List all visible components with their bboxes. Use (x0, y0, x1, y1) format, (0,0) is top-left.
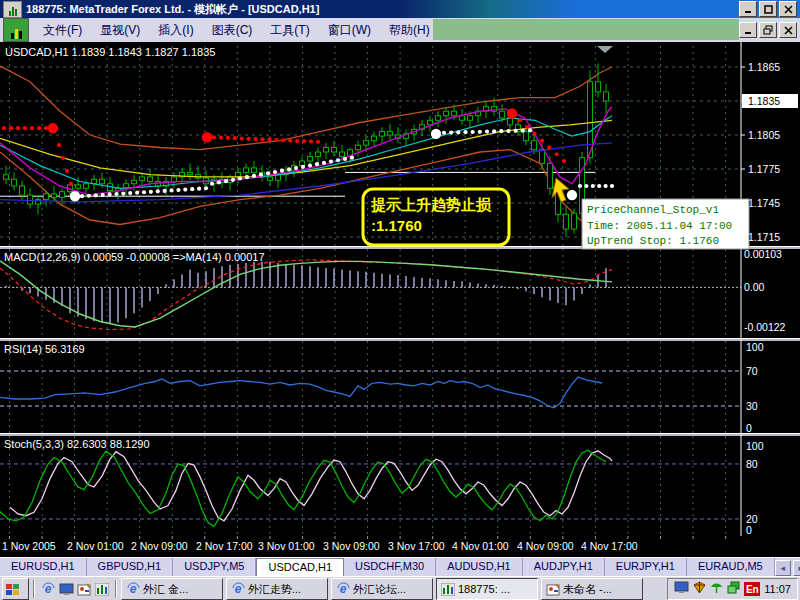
menu-item-1[interactable]: 显视(V) (91, 19, 149, 42)
svg-text:1.1805: 1.1805 (748, 129, 780, 141)
svg-text::1.1760: :1.1760 (371, 217, 422, 234)
language-indicator[interactable]: En (744, 582, 760, 596)
task-button-0[interactable]: e外汇 金... (121, 578, 223, 600)
menu-highlight-strip (433, 19, 739, 40)
svg-text:4 Nov 09:00: 4 Nov 09:00 (517, 540, 574, 552)
svg-text:Time: 2005.11.04 17:00: Time: 2005.11.04 17:00 (587, 220, 732, 232)
tray-display-icon[interactable] (674, 580, 689, 598)
menu-item-5[interactable]: 窗口(W) (319, 19, 380, 42)
task-button-2[interactable]: e外汇论坛... (331, 578, 433, 600)
svg-text:1.1865: 1.1865 (748, 61, 780, 73)
chart-tab-audusdh1[interactable]: AUDUSD,H1 (436, 558, 523, 577)
tab-scroll-left-icon[interactable]: ◂ (775, 560, 791, 576)
menu-item-4[interactable]: 工具(T) (261, 19, 318, 42)
windows-taskbar: ee外汇 金...e外汇走势...e外汇论坛...188775: ...未命名 … (0, 576, 800, 600)
chart-tab-euraudm5[interactable]: EURAUD,M5 (687, 558, 775, 577)
chart-icon (3, 18, 29, 42)
quicklaunch-notes-icon[interactable] (75, 580, 93, 598)
svg-text:0: 0 (746, 422, 752, 434)
svg-text:1.1745: 1.1745 (748, 197, 780, 209)
child-close-button[interactable] (779, 22, 797, 38)
start-button[interactable] (2, 578, 29, 600)
close-button[interactable] (779, 1, 797, 17)
menu-item-6[interactable]: 帮助(H) (380, 19, 439, 42)
svg-text:4 Nov 17:00: 4 Nov 17:00 (581, 540, 638, 552)
menu-item-2[interactable]: 插入(I) (149, 19, 202, 42)
child-restore-button[interactable] (759, 22, 777, 38)
rsi-label: RSI(14) 56.3169 (4, 343, 85, 355)
chart-tab-audjpyh1[interactable]: AUDJPY,H1 (523, 558, 605, 577)
chart-tab-usdjpym5[interactable]: USDJPY,M5 (173, 558, 256, 577)
chart-tab-usdchfm30[interactable]: USDCHF,M30 (344, 558, 436, 577)
svg-text:2 Nov 09:00: 2 Nov 09:00 (131, 540, 188, 552)
svg-text:3 Nov 09:00: 3 Nov 09:00 (323, 540, 380, 552)
tray-windows-icon[interactable] (727, 580, 740, 598)
taskbar-separator (33, 580, 35, 598)
menu-item-3[interactable]: 图表(C) (203, 19, 262, 42)
chart-tab-usdcadh1[interactable]: USDCAD,H1 (256, 558, 344, 577)
svg-text:1.1835: 1.1835 (748, 95, 780, 107)
panel-splitter-2[interactable] (0, 338, 800, 341)
chart-tab-bar: EURUSD,H1GBPUSD,H1USDJPY,M5USDCAD,H1USDC… (0, 557, 800, 577)
svg-text:2 Nov 17:00: 2 Nov 17:00 (196, 540, 253, 552)
svg-text:100: 100 (746, 341, 764, 353)
stoch-label: Stoch(5,3,3) 82.6303 88.1290 (4, 438, 150, 450)
windows-logo-icon (6, 584, 19, 595)
maximize-button[interactable] (759, 1, 777, 17)
system-tray: En11:07 (667, 578, 798, 600)
svg-text:1 Nov 2005: 1 Nov 2005 (2, 540, 56, 552)
tray-antivirus-icon[interactable] (693, 580, 706, 598)
quicklaunch-desktop-icon[interactable] (57, 580, 75, 598)
chart-tab-eurusdh1[interactable]: EURUSD,H1 (0, 558, 87, 577)
taskbar-separator (115, 580, 117, 598)
svg-text:0.00103: 0.00103 (744, 248, 782, 260)
svg-text:PriceChannel_Stop_v1: PriceChannel_Stop_v1 (587, 204, 719, 216)
window-titlebar: 188775: MetaTrader Forex Ltd. - 模拟帐户 - [… (0, 0, 800, 18)
svg-text:100: 100 (746, 440, 764, 452)
svg-text:1.1715: 1.1715 (748, 231, 780, 243)
svg-text:0.00: 0.00 (744, 281, 765, 293)
svg-text:2 Nov 01:00: 2 Nov 01:00 (67, 540, 124, 552)
task-button-3[interactable]: 188775: ... (436, 578, 538, 600)
tray-umbrella-icon[interactable] (710, 580, 723, 598)
chart-canvas[interactable]: 1.18651.18351.18051.17751.17451.17151.18… (0, 42, 800, 557)
window-title: 188775: MetaTrader Forex Ltd. - 模拟帐户 - [… (26, 2, 319, 17)
child-minimize-button[interactable] (739, 22, 757, 38)
quicklaunch-ie-icon[interactable]: e (39, 580, 57, 598)
svg-text:80: 80 (746, 458, 758, 470)
svg-text:UpTrend Stop: 1.1760: UpTrend Stop: 1.1760 (587, 235, 719, 247)
quicklaunch-chart-icon[interactable] (93, 580, 111, 598)
svg-text:0: 0 (746, 524, 752, 536)
svg-text:1.1775: 1.1775 (748, 163, 780, 175)
chart-tab-eurjpyh1[interactable]: EURJPY,H1 (605, 558, 687, 577)
chart-tab-gbpusdh1[interactable]: GBPUSD,H1 (87, 558, 174, 577)
menu-bar: 文件(F)显视(V)插入(I)图表(C)工具(T)窗口(W)帮助(H) (0, 18, 800, 43)
svg-text:3 Nov 01:00: 3 Nov 01:00 (258, 540, 315, 552)
indicator-tooltip: PriceChannel_Stop_v1Time: 2005.11.04 17:… (582, 199, 749, 249)
macd-label: MACD(12,26,9) 0.00059 -0.00008 =>MA(14) … (4, 251, 265, 263)
minimize-button[interactable] (739, 1, 757, 17)
svg-text:70: 70 (746, 365, 758, 377)
svg-text:提示上升趋势止损: 提示上升趋势止损 (370, 196, 492, 213)
task-button-4[interactable]: 未命名 -... (541, 578, 643, 600)
app-icon (3, 1, 22, 18)
svg-text:4 Nov 01:00: 4 Nov 01:00 (452, 540, 509, 552)
menu-item-0[interactable]: 文件(F) (34, 19, 91, 42)
task-button-1[interactable]: e外汇走势... (226, 578, 328, 600)
tab-scroll-right-icon[interactable]: ▸ (793, 560, 800, 576)
taskbar-clock: 11:07 (764, 583, 791, 595)
chart-window[interactable]: 1.18651.18351.18051.17751.17451.17151.18… (0, 42, 800, 557)
svg-text:3 Nov 17:00: 3 Nov 17:00 (388, 540, 445, 552)
svg-text:30: 30 (746, 400, 758, 412)
svg-text:-0.00122: -0.00122 (744, 321, 786, 333)
panel-splitter-3[interactable] (0, 433, 800, 436)
ohlc-header: USDCAD,H1 1.1839 1.1843 1.1827 1.1835 (5, 46, 215, 58)
